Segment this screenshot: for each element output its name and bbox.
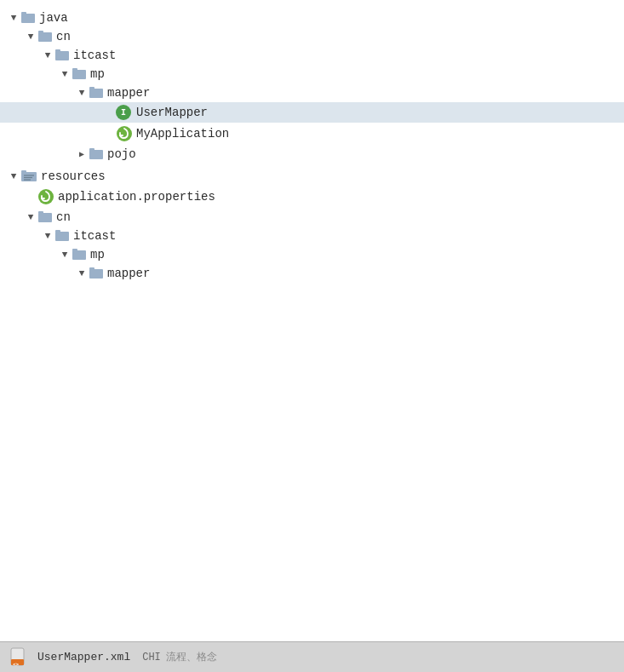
folder-icon-res-itcast [54, 229, 70, 243]
chevron-resources: ▼ [7, 169, 20, 183]
chevron-res-mp: ▼ [58, 248, 72, 261]
tree-label-java: java [39, 11, 68, 25]
file-tree: ▼ java ▼ cn ▼ itcast [0, 0, 624, 291]
tree-item-pojo[interactable]: ▶ pojo [0, 145, 624, 164]
chevron-java-mp: ▼ [58, 67, 72, 81]
tree-item-resources[interactable]: ▼ resources [0, 167, 624, 186]
tree-item-myapplication[interactable]: MyApplication [0, 123, 624, 145]
tree-label-pojo: pojo [107, 147, 136, 161]
tree-item-res-itcast[interactable]: ▼ itcast [0, 227, 624, 245]
tree-item-res-mapper[interactable]: ▼ mapper [0, 264, 624, 283]
svg-rect-7 [72, 70, 86, 79]
folder-icon-java-itcast [54, 49, 70, 62]
folder-icon-java [20, 11, 36, 25]
tree-label-java-mapper: mapper [107, 86, 150, 100]
tree-label-res-itcast: itcast [73, 229, 116, 243]
tree-item-java-itcast[interactable]: ▼ itcast [0, 46, 624, 65]
chevron-java-itcast: ▼ [41, 49, 54, 62]
svg-rect-26 [89, 269, 103, 279]
interface-icon: I [116, 105, 131, 120]
tree-item-res-cn[interactable]: ▼ cn [0, 208, 624, 227]
chevron-res-cn: ▼ [24, 210, 37, 224]
svg-rect-1 [21, 14, 35, 23]
tree-item-java[interactable]: ▼ java [0, 9, 624, 27]
tree-label-java-mp: mp [90, 67, 105, 81]
tree-label-appprops: application.properties [58, 190, 215, 204]
folder-icon-res-cn [37, 210, 53, 224]
tree-label-res-mp: mp [90, 248, 105, 261]
tree-label-myapplication: MyApplication [136, 127, 229, 141]
bottom-bar-extra: 流程、格念 [166, 650, 217, 664]
tree-item-appprops[interactable]: application.properties [0, 186, 624, 208]
chevron-res-itcast: ▼ [41, 229, 54, 243]
svg-rect-5 [55, 51, 69, 60]
chevron-java-mapper: ▼ [75, 86, 89, 100]
bottom-bar-content: <> UserMapper.xml CHI 流程、格念 [10, 647, 217, 668]
tree-label-res-cn: cn [56, 210, 71, 224]
chevron-java: ▼ [7, 11, 20, 25]
folder-icon-java-cn [37, 30, 53, 43]
tree-label-java-itcast: itcast [73, 49, 116, 62]
chevron-pojo: ▶ [75, 147, 89, 161]
svg-rect-9 [89, 89, 103, 98]
tree-label-resources: resources [41, 169, 106, 183]
folder-icon-res-mp [72, 248, 87, 261]
bottom-bar: <> UserMapper.xml CHI 流程、格念 [0, 641, 624, 672]
svg-text:<>: <> [13, 661, 20, 667]
folder-icon-res-mapper [89, 267, 104, 280]
svg-rect-24 [72, 250, 86, 260]
svg-rect-3 [38, 32, 52, 42]
resources-folder-icon [20, 169, 37, 183]
springconfig-icon [37, 188, 54, 205]
svg-rect-12 [89, 150, 103, 159]
chevron-res-mapper: ▼ [75, 267, 89, 280]
xml-file-icon: <> [10, 647, 29, 668]
tree-label-java-cn: cn [56, 30, 71, 43]
bottom-bar-filename: UserMapper.xml [37, 651, 130, 663]
tree-item-res-mp[interactable]: ▼ mp [0, 245, 624, 264]
folder-icon-pojo [89, 147, 104, 161]
tree-item-java-mp[interactable]: ▼ mp [0, 65, 624, 83]
folder-icon-java-mapper [89, 86, 104, 100]
tree-label-usermapper: UserMapper [136, 106, 208, 119]
chevron-java-cn: ▼ [24, 30, 37, 43]
tree-item-usermapper[interactable]: I UserMapper [0, 102, 624, 123]
svg-rect-20 [38, 213, 52, 222]
tree-label-res-mapper: mapper [107, 267, 150, 280]
folder-icon-java-mp [72, 67, 87, 81]
tree-item-java-cn[interactable]: ▼ cn [0, 27, 624, 46]
tree-item-java-mapper[interactable]: ▼ mapper [0, 83, 624, 102]
bottom-bar-chi: CHI [142, 652, 161, 663]
svg-rect-22 [55, 232, 69, 241]
springboot-icon [116, 125, 133, 142]
